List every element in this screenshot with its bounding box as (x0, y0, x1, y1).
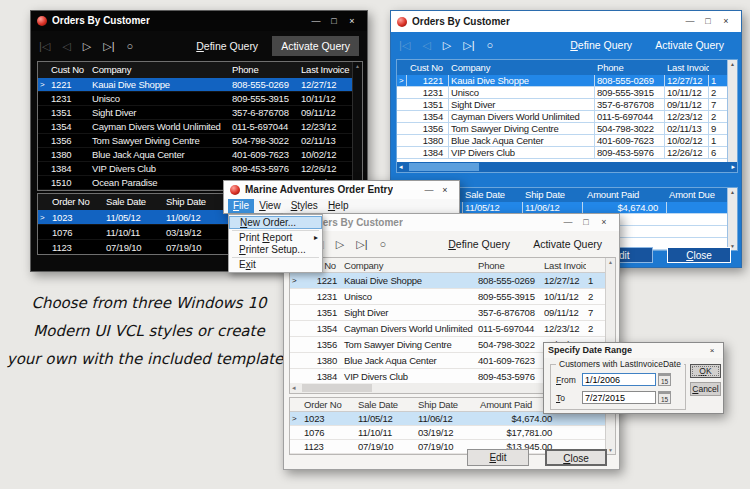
table-row[interactable]: 1351Sight Diver357-6-87670809/11/127 (38, 106, 362, 120)
column-header[interactable]: Cust No (48, 62, 90, 78)
nav-last-icon[interactable]: ▷| (356, 239, 367, 250)
titlebar[interactable]: Marine Adventures Order Entry — × (224, 181, 459, 199)
menu-styles[interactable]: Styles (286, 199, 323, 213)
close-icon[interactable]: × (717, 11, 735, 32)
vertical-scrollbar[interactable] (727, 60, 737, 172)
nav-refresh-icon[interactable]: ○ (380, 239, 387, 250)
minimize-icon[interactable]: — (681, 11, 699, 32)
nav-last-icon[interactable]: ▷| (103, 41, 114, 52)
table-row[interactable]: 1231Unisco809-555-391510/11/122 (38, 92, 362, 106)
nav-prior-icon[interactable]: ◁ (62, 41, 70, 52)
table-row[interactable]: 1384VIP Divers Club809-453-597612/26/126 (38, 162, 362, 176)
ok-button[interactable]: OK (690, 364, 721, 378)
column-header[interactable]: Order No (48, 194, 104, 210)
column-header[interactable]: Phone (595, 60, 665, 75)
table-row[interactable]: >1221Kauai Dive Shoppe808-555-026912/27/… (397, 75, 737, 87)
titlebar[interactable]: Orders By Customer — □ × (31, 11, 367, 31)
column-header[interactable]: Ship Date (523, 188, 583, 202)
to-date-input[interactable] (582, 391, 656, 404)
nav-first-icon[interactable]: |◁ (39, 41, 50, 52)
column-header[interactable]: Last Invoice (299, 62, 353, 78)
activate-query-button[interactable]: Activate Query (272, 36, 359, 56)
scrollbar-thumb[interactable] (409, 163, 479, 171)
nav-refresh-icon[interactable]: ○ (487, 40, 494, 51)
minimize-icon[interactable]: — (307, 11, 325, 31)
activate-query-button[interactable]: Activate Query (524, 234, 611, 254)
nav-refresh-icon[interactable]: ○ (127, 41, 134, 52)
table-row[interactable]: >1221Kauai Dive Shoppe808-555-026912/27/… (38, 78, 362, 92)
menu-item-exit[interactable]: Exit (229, 259, 322, 271)
calendar-picker-icon[interactable]: 15 (658, 391, 671, 404)
close-icon[interactable]: × (705, 343, 719, 358)
column-header[interactable]: Phone (476, 258, 542, 273)
column-header[interactable]: Sale Date (356, 398, 416, 412)
titlebar[interactable]: Orders By Customer — □ × (391, 11, 741, 32)
nav-next-icon[interactable]: ▷ (83, 41, 91, 52)
table-row[interactable]: 1380Blue Jack Aqua Center401-609-762310/… (397, 135, 737, 147)
column-header[interactable]: Sale Date (463, 188, 523, 202)
column-header[interactable]: Order No (300, 398, 356, 412)
maximize-icon[interactable]: □ (577, 214, 595, 231)
edit-button[interactable]: Edit (467, 449, 529, 466)
grid-header[interactable]: Cust NoCompanyPhoneLast Invoice (397, 60, 737, 75)
close-icon[interactable]: × (437, 181, 453, 199)
table-row[interactable]: 1354Cayman Divers World Unlimited011-5-6… (397, 111, 737, 123)
menu-item-print-report[interactable]: Print Report ▸ (229, 232, 322, 244)
table-row[interactable]: 1351Sight Diver357-6-87670809/11/127 (397, 99, 737, 111)
cancel-button[interactable]: Cancel (690, 382, 721, 396)
column-header[interactable]: Last Invoice (542, 258, 586, 273)
vertical-scrollbar[interactable] (352, 62, 362, 190)
grid-header[interactable]: Cust NoCompanyPhoneLast Invoice (38, 62, 362, 78)
from-date-input[interactable] (582, 373, 656, 386)
define-query-button[interactable]: Define Query (196, 40, 258, 52)
table-row[interactable]: 1380Blue Jack Aqua Center401-609-762310/… (38, 148, 362, 162)
nav-last-icon[interactable]: ▷| (463, 40, 474, 51)
define-query-button[interactable]: Define Query (448, 238, 510, 250)
table-row[interactable]: 1354Cayman Divers World Unlimited011-5-6… (290, 321, 615, 337)
table-row[interactable]: 1354Cayman Divers World Unlimited011-5-6… (38, 120, 362, 134)
column-header[interactable]: Ship Date (416, 398, 476, 412)
column-header[interactable]: Amount Paid (583, 188, 667, 202)
titlebar[interactable]: Orders By Customer — □ × (284, 214, 619, 231)
nav-prior-icon[interactable]: ◁ (422, 40, 430, 51)
table-row[interactable]: 1231Unisco809-555-391510/11/122 (290, 289, 615, 305)
titlebar[interactable]: Specify Date Range × (544, 343, 723, 358)
table-row[interactable]: >102311/05/1211/06/12$4,674.00 (290, 412, 615, 426)
nav-first-icon[interactable]: |◁ (399, 40, 410, 51)
table-row[interactable]: 107611/10/1103/19/12$17,781.00 (290, 426, 615, 440)
close-icon[interactable]: × (343, 11, 361, 31)
column-header[interactable]: Ship Date (164, 194, 224, 210)
vertical-scrollbar[interactable] (727, 188, 737, 250)
column-header[interactable]: Company (90, 62, 230, 78)
menu-item-printer-setup[interactable]: Printer Setup... (229, 244, 322, 256)
column-header[interactable]: Phone (230, 62, 299, 78)
close-button[interactable]: Close (545, 449, 607, 466)
maximize-icon[interactable]: □ (325, 11, 343, 31)
menu-file[interactable]: File (228, 199, 254, 213)
column-header[interactable]: Last Invoice (665, 60, 709, 75)
maximize-icon[interactable]: □ (699, 11, 717, 32)
nav-next-icon[interactable]: ▷ (336, 239, 344, 250)
close-button[interactable]: Close (667, 247, 731, 263)
grid-header[interactable]: Cust NoCompanyPhoneLast Invoice (290, 258, 615, 273)
column-header[interactable]: Company (342, 258, 476, 273)
column-header[interactable]: Company (449, 60, 595, 75)
column-header[interactable]: Sale Date (104, 194, 164, 210)
horizontal-scrollbar[interactable] (397, 162, 737, 172)
table-row[interactable]: 1231Unisco809-555-391510/11/122 (397, 87, 737, 99)
table-row[interactable]: 1356Tom Sawyer Diving Centre504-798-3022… (38, 134, 362, 148)
define-query-button[interactable]: Define Query (570, 39, 632, 51)
menu-view[interactable]: View (254, 199, 286, 213)
table-row[interactable]: 1384VIP Divers Club809-453-597612/26/126 (397, 147, 737, 159)
menu-item-new-order[interactable]: New Order... (229, 216, 322, 229)
minimize-icon[interactable]: — (559, 214, 577, 231)
calendar-picker-icon[interactable]: 15 (658, 373, 671, 386)
column-header[interactable]: Cust No (407, 60, 449, 75)
minimize-icon[interactable]: — (421, 181, 437, 199)
activate-query-button[interactable]: Activate Query (646, 35, 733, 55)
table-row[interactable]: 1356Tom Sawyer Diving Centre504-798-3022… (397, 123, 737, 135)
table-row[interactable]: >1221Kauai Dive Shoppe808-555-026912/27/… (290, 273, 615, 289)
scrollbar-thumb[interactable] (302, 384, 372, 392)
menu-help[interactable]: Help (323, 199, 354, 213)
table-row[interactable]: 1351Sight Diver357-6-87670809/11/127 (290, 305, 615, 321)
